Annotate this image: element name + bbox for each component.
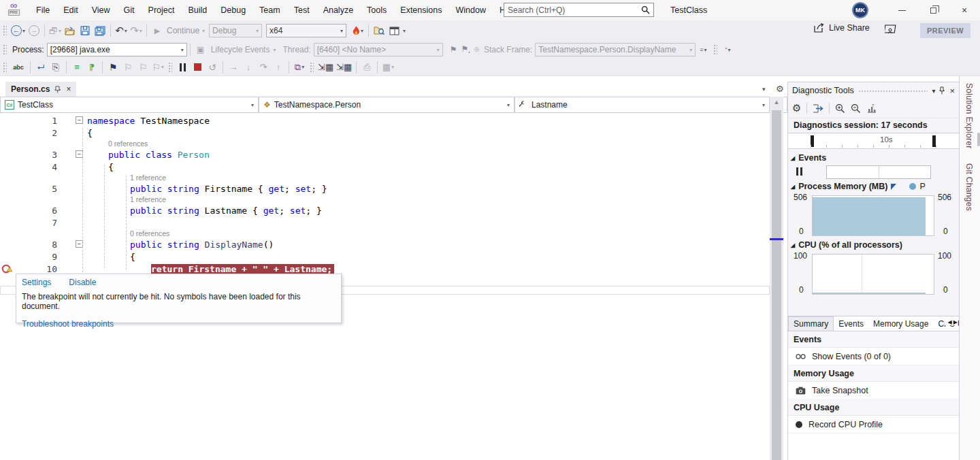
menu-build[interactable]: Build: [181, 0, 214, 20]
restore-button[interactable]: [917, 0, 949, 20]
cpu-section-header[interactable]: ◢ CPU (% of all processors): [788, 239, 959, 251]
show-next-statement-icon[interactable]: ⮠: [35, 60, 47, 75]
flag-custom-module-icon[interactable]: ⚑▪: [461, 44, 470, 54]
editor-gutter[interactable]: [0, 229, 60, 238]
tab-scroll-arrows[interactable]: ◀ ▶: [945, 319, 958, 325]
stack-frame-dropdown[interactable]: TestNamespace.Person.DisplayName▾: [535, 43, 696, 56]
open-file-icon[interactable]: [64, 23, 76, 38]
platform-dropdown[interactable]: x64▾: [266, 24, 346, 37]
editor-gutter[interactable]: 1: [0, 114, 60, 127]
codelens-row[interactable]: 0 references: [0, 139, 770, 148]
show-threads-in-source-icon[interactable]: ⎘: [50, 60, 62, 75]
codelens-references[interactable]: 1 reference: [130, 195, 166, 203]
events-section-header[interactable]: ◢ Events: [788, 152, 959, 164]
undo-button[interactable]: ↶▾: [115, 23, 127, 38]
import-icon[interactable]: ▦▾: [382, 60, 394, 75]
live-share-button[interactable]: Live Share: [814, 23, 870, 33]
breakpoint-warning-icon[interactable]: [1, 263, 13, 276]
collapse-triangle-icon[interactable]: ◢: [791, 155, 795, 161]
breakpoints-window-icon[interactable]: ⇲▦: [318, 60, 333, 75]
tab-person-cs[interactable]: Person.cs ×: [5, 82, 76, 97]
collapse-triangle-icon[interactable]: ◢: [791, 184, 795, 190]
breakpoint-condition-icon[interactable]: ⧉▾: [293, 60, 306, 75]
new-file-button[interactable]: 🗗▾: [49, 23, 61, 38]
sidebar-tab-git-changes[interactable]: Git Changes: [964, 163, 974, 211]
tab-close-icon[interactable]: ×: [66, 84, 71, 94]
restart-button[interactable]: ↺: [206, 60, 218, 75]
member-dropdown[interactable]: Lastname▾: [514, 97, 770, 113]
menu-analyze[interactable]: Analyze: [316, 0, 360, 20]
export-icon[interactable]: ⎙: [361, 60, 373, 75]
take-snapshot-link[interactable]: Take Snapshot: [788, 382, 959, 399]
editor-gutter[interactable]: 4: [0, 161, 60, 173]
menu-view[interactable]: View: [85, 0, 117, 20]
toolbar-grip[interactable]: [310, 62, 314, 73]
codelens-references[interactable]: 0 references: [108, 139, 148, 148]
preview-button[interactable]: PREVIEW: [920, 23, 970, 38]
reset-zoom-chart-icon[interactable]: ?: [866, 103, 877, 113]
panel-menu-dropdown-icon[interactable]: ▾: [932, 87, 935, 95]
codelens-row[interactable]: 0 references: [0, 229, 770, 238]
diag-tab-memory-usage[interactable]: Memory Usage: [868, 317, 933, 331]
zoom-in-icon[interactable]: [835, 103, 845, 114]
exception-settings-icon[interactable]: ⇲▦: [336, 60, 352, 75]
toolbar-grip[interactable]: [713, 44, 717, 55]
feedback-icon[interactable]: [885, 24, 896, 35]
thread-dropdown[interactable]: [6460] <No Name>▾: [314, 43, 443, 56]
break-all-button[interactable]: [176, 60, 189, 75]
project-dropdown[interactable]: C# TestClass▾: [0, 97, 259, 113]
menu-team[interactable]: Team: [252, 0, 287, 20]
diagnostics-settings-gear-icon[interactable]: ⚙: [792, 102, 801, 114]
menu-window[interactable]: Window: [448, 0, 492, 20]
toolbar-overflow[interactable]: ≡▾: [697, 42, 709, 57]
navigate-back-button[interactable]: ←▾: [11, 23, 25, 38]
pin-icon[interactable]: [939, 86, 945, 95]
diagnostics-timeline[interactable]: 10s: [788, 133, 959, 149]
collapse-triangle-icon[interactable]: ◢: [791, 242, 795, 248]
diag-tab-summary[interactable]: Summary: [788, 316, 834, 331]
verify-syntax-icon[interactable]: abc✓: [11, 60, 26, 75]
save-all-button[interactable]: [94, 23, 106, 38]
editor-gutter[interactable]: [0, 173, 60, 182]
breakpoint-disable-link[interactable]: Disable: [69, 278, 96, 287]
editor-gutter[interactable]: [0, 195, 60, 204]
lifecycle-events-button[interactable]: Lifecycle Events: [211, 45, 270, 54]
process-memory-section-header[interactable]: ◢ Process Memory (MB) P: [788, 180, 959, 193]
search-icon[interactable]: [641, 5, 650, 14]
codelens-row[interactable]: 1 reference: [0, 195, 770, 204]
collapse-definitions-icon[interactable]: ⁋: [86, 60, 98, 75]
codelens-references[interactable]: 1 reference: [130, 174, 166, 182]
editor-gutter[interactable]: 3: [0, 148, 60, 161]
configuration-dropdown[interactable]: Debug▾: [209, 24, 262, 37]
panel-close-icon[interactable]: ×: [949, 86, 955, 96]
minimize-button[interactable]: [886, 0, 917, 20]
editor-gutter[interactable]: 9: [0, 250, 60, 263]
navigate-forward-button[interactable]: →: [28, 23, 40, 38]
document-options-gear-icon[interactable]: ⚙: [776, 84, 784, 94]
menu-git[interactable]: Git: [117, 0, 142, 20]
show-events-link[interactable]: Show Events (0 of 0): [788, 348, 959, 365]
clear-bookmarks-icon[interactable]: ⚐▾: [152, 60, 164, 75]
flag-threads-icon[interactable]: ⚑: [450, 45, 457, 54]
menu-edit[interactable]: Edit: [56, 0, 85, 20]
close-button[interactable]: ×: [949, 0, 980, 20]
toggle-outlining-icon[interactable]: ≡: [71, 60, 83, 75]
menu-file[interactable]: File: [29, 0, 56, 20]
step-out-icon[interactable]: ↷: [257, 60, 270, 75]
menu-extensions[interactable]: Extensions: [393, 0, 448, 20]
diag-tab-events[interactable]: Events: [834, 317, 868, 331]
pin-icon[interactable]: [54, 86, 61, 93]
search-input[interactable]: Search (Ctrl+Q): [504, 3, 654, 17]
toggle-bookmark-icon[interactable]: ⚑: [107, 60, 119, 75]
stop-collection-icon[interactable]: [813, 104, 823, 113]
menu-debug[interactable]: Debug: [214, 0, 252, 20]
toolbar-grip[interactable]: [3, 25, 7, 36]
document-list-dropdown-icon[interactable]: ▾: [762, 86, 766, 93]
show-flagged-only-icon[interactable]: ⌾: [474, 45, 479, 54]
step-over-icon[interactable]: →: [227, 60, 240, 75]
process-dropdown[interactable]: [29668] java.exe▾: [47, 43, 187, 56]
editor-gutter[interactable]: 6: [0, 204, 60, 216]
previous-bookmark-icon[interactable]: ⚐: [122, 60, 134, 75]
find-in-files-icon[interactable]: [373, 23, 385, 38]
codelens-row[interactable]: 1 reference: [0, 173, 770, 182]
